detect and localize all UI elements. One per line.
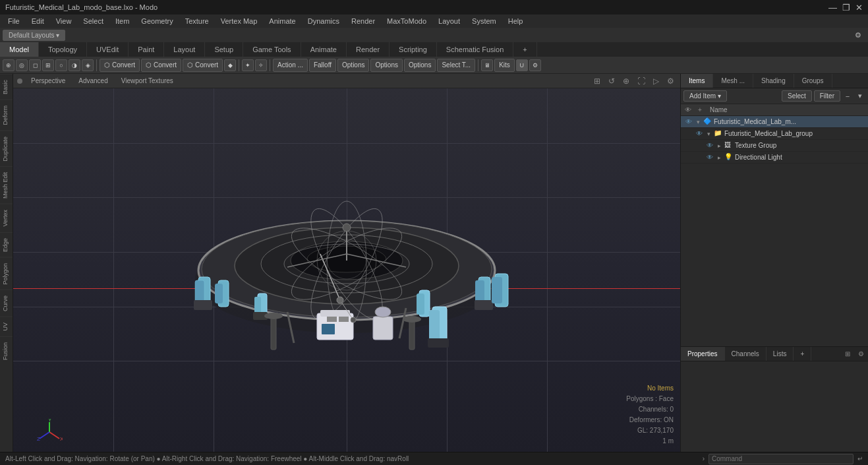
menu-item-vertex map[interactable]: Vertex Map	[216, 16, 263, 26]
bp-tab-properties[interactable]: Properties	[681, 347, 725, 361]
falloff-btn[interactable]: Falloff	[309, 59, 336, 72]
bp-tab--[interactable]: +	[794, 347, 811, 361]
tree-row-root[interactable]: 👁▾🔷Futuristic_Medical_Lab_m...	[681, 116, 868, 128]
sidebar-tab-duplicate[interactable]: Duplicate	[0, 131, 13, 167]
viewport-play-icon[interactable]: ▷	[651, 77, 661, 86]
mode-tab-render[interactable]: Render	[347, 42, 390, 57]
tool-icon-8[interactable]: ◆	[224, 59, 236, 71]
settings-icon-2[interactable]: ⚙	[529, 59, 541, 71]
viewport-3d[interactable]: No Items Polygons : Face Channels: 0 Def…	[13, 88, 680, 452]
mode-tab-scripting[interactable]: Scripting	[390, 42, 437, 57]
menu-item-help[interactable]: Help	[503, 16, 529, 26]
mode-tab-setup[interactable]: Setup	[205, 42, 243, 57]
command-submit-icon[interactable]: ↵	[857, 455, 863, 462]
viewport-rotate-icon[interactable]: ↺	[606, 77, 617, 86]
tool-icon-9[interactable]: ✦	[242, 59, 254, 71]
tree-row-light[interactable]: 👁▸💡Directional Light	[681, 152, 868, 164]
render-icon[interactable]: 🖥	[481, 59, 493, 71]
convert-btn-1[interactable]: ⬡ Convert	[100, 59, 140, 72]
tree-expand-group[interactable]: ▾	[705, 130, 712, 138]
sidebar-tab-edge[interactable]: Edge	[0, 232, 13, 257]
sidebar-tab-deform[interactable]: Deform	[0, 100, 13, 131]
tool-icon-10[interactable]: ✧	[255, 59, 267, 71]
select-items-btn[interactable]: Select	[782, 90, 812, 102]
sidebar-tab-curve[interactable]: Curve	[0, 290, 13, 317]
options-btn-2[interactable]: Options	[370, 59, 402, 72]
options-btn-3[interactable]: Options	[404, 59, 436, 72]
unreal-icon[interactable]: U	[516, 59, 528, 71]
menu-item-geometry[interactable]: Geometry	[136, 16, 178, 26]
menu-item-render[interactable]: Render	[346, 16, 380, 26]
mode-tab-animate[interactable]: Animate	[301, 42, 347, 57]
add-item-btn[interactable]: Add Item ▾	[683, 90, 727, 102]
menu-item-select[interactable]: Select	[78, 16, 109, 26]
mode-tab-+[interactable]: +	[513, 42, 536, 57]
menu-item-view[interactable]: View	[51, 16, 77, 26]
advanced-btn[interactable]: Advanced	[74, 75, 112, 86]
panel-tab-groups[interactable]: Groups	[794, 74, 832, 88]
tree-row-texture[interactable]: 👁▸🖼Texture Group	[681, 140, 868, 152]
tree-eye-light[interactable]: 👁	[705, 152, 715, 163]
close-button[interactable]: ✕	[855, 3, 863, 13]
panel-tab-shading[interactable]: Shading	[753, 74, 794, 88]
viewport-settings-icon[interactable]: ⚙	[665, 77, 676, 86]
bp-tab-channels[interactable]: Channels	[725, 347, 767, 361]
mode-tab-uvedit[interactable]: UVEdit	[87, 42, 129, 57]
sidebar-tab-vertex[interactable]: Vertex	[0, 204, 13, 232]
action-btn[interactable]: Action ...	[273, 59, 308, 72]
viewport-fit-icon[interactable]: ⛶	[635, 77, 647, 86]
settings-icon[interactable]: ⚙	[851, 30, 865, 41]
tool-icon-2[interactable]: ◎	[16, 59, 28, 71]
menu-item-dynamics[interactable]: Dynamics	[303, 16, 345, 26]
convert-btn-2[interactable]: ⬡ Convert	[141, 59, 181, 72]
menu-item-system[interactable]: System	[467, 16, 502, 26]
maximize-button[interactable]: ❐	[842, 3, 850, 13]
menu-item-file[interactable]: File	[3, 16, 25, 26]
tool-icon-4[interactable]: ⊞	[42, 59, 54, 71]
filter-arrow-icon[interactable]: ▾	[855, 91, 865, 102]
sidebar-tab-polygon[interactable]: Polygon	[0, 257, 13, 290]
tree-eye-root[interactable]: 👁	[683, 117, 694, 127]
tree-row-group[interactable]: 👁▾📁Futuristic_Medical_Lab_group	[681, 128, 868, 140]
mode-tab-schematic-fusion[interactable]: Schematic Fusion	[437, 42, 513, 57]
tree-expand-light[interactable]: ▸	[715, 154, 723, 162]
menu-item-layout[interactable]: Layout	[433, 16, 465, 26]
select-btn[interactable]: Select T...	[437, 59, 475, 72]
menu-item-animate[interactable]: Animate	[264, 16, 301, 26]
sidebar-tab-mesh-edit[interactable]: Mesh Edit	[0, 166, 13, 204]
bp-icon-0[interactable]: ⊞	[841, 350, 854, 357]
panel-tab-mesh-[interactable]: Mesh ...	[713, 74, 753, 88]
viewport-grid-icon[interactable]: ⊞	[592, 77, 602, 86]
tool-icon-1[interactable]: ⊕	[3, 59, 14, 71]
convert-btn-3[interactable]: ⬡ Convert	[183, 59, 223, 72]
menu-item-maxtomodo[interactable]: MaxToModo	[382, 16, 432, 26]
minimize-button[interactable]: —	[828, 3, 837, 13]
bp-tab-lists[interactable]: Lists	[767, 347, 794, 361]
options-btn-1[interactable]: Options	[337, 59, 369, 72]
items-tree[interactable]: 👁▾🔷Futuristic_Medical_Lab_m...👁▾📁Futuris…	[681, 116, 868, 346]
kits-btn[interactable]: Kits	[494, 59, 515, 72]
mode-tab-topology[interactable]: Topology	[39, 42, 87, 57]
mode-tab-game-tools[interactable]: Game Tools	[243, 42, 301, 57]
sidebar-tab-uv[interactable]: UV	[0, 317, 13, 336]
command-input[interactable]	[709, 454, 854, 464]
tree-expand-root[interactable]: ▾	[694, 118, 702, 126]
sidebar-tab-basic[interactable]: Basic	[0, 74, 13, 100]
menu-item-texture[interactable]: Texture	[180, 16, 214, 26]
tool-icon-7[interactable]: ◈	[82, 59, 94, 71]
menu-item-item[interactable]: Item	[110, 16, 134, 26]
perspective-view-btn[interactable]: Perspective	[26, 75, 70, 86]
tree-eye-group[interactable]: 👁	[694, 129, 705, 139]
sidebar-tab-fusion[interactable]: Fusion	[0, 336, 13, 365]
tree-expand-texture[interactable]: ▸	[715, 142, 723, 150]
mode-tab-model[interactable]: Model	[0, 42, 39, 57]
viewport-textures-btn[interactable]: Viewport Textures	[117, 75, 178, 86]
default-layouts-dropdown[interactable]: Default Layouts ▾	[3, 30, 65, 41]
panel-tab-items[interactable]: Items	[681, 74, 713, 88]
tool-icon-6[interactable]: ◑	[69, 59, 80, 71]
minus-icon[interactable]: −	[842, 91, 853, 102]
tool-icon-3[interactable]: ◻	[29, 59, 41, 71]
tree-eye-texture[interactable]: 👁	[705, 140, 715, 151]
mode-tab-paint[interactable]: Paint	[129, 42, 164, 57]
viewport-zoom-icon[interactable]: ⊕	[621, 77, 631, 86]
